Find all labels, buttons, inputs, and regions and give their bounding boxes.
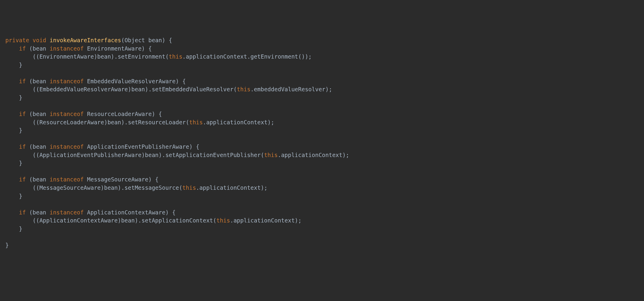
token-plain: [5, 111, 19, 117]
code-lines: private void invokeAwareInterfaces(Objec…: [5, 36, 639, 249]
code-line[interactable]: [5, 102, 639, 110]
token-plain: [5, 78, 19, 84]
token-plain: EnvironmentAware) {: [84, 45, 152, 52]
code-line[interactable]: ((EmbeddedValueResolverAware)bean).setEm…: [5, 85, 639, 94]
code-editor-viewport[interactable]: private void invokeAwareInterfaces(Objec…: [5, 36, 639, 249]
code-line[interactable]: }: [5, 61, 639, 69]
token-plain: }: [5, 160, 22, 166]
token-kw-control: if: [19, 45, 26, 52]
code-line[interactable]: ((ApplicationEventPublisherAware)bean).s…: [5, 151, 639, 159]
token-plain: .applicationContext);: [196, 184, 268, 191]
token-plain: ((ResourceLoaderAware)bean).setResourceL…: [5, 119, 189, 126]
token-kw-this: this: [189, 119, 203, 126]
code-line[interactable]: }: [5, 159, 639, 167]
code-line[interactable]: if (bean instanceof MessageSourceAware) …: [5, 175, 639, 184]
token-kw-type: void: [33, 37, 46, 43]
token-plain: [5, 45, 19, 52]
code-line[interactable]: }: [5, 126, 639, 135]
token-kw-modifier: private: [5, 37, 29, 43]
token-plain: .applicationContext);: [203, 119, 274, 126]
token-kw-control: instanceof: [50, 78, 84, 84]
token-kw-this: this: [264, 152, 278, 158]
token-plain: [5, 209, 19, 216]
code-line[interactable]: }: [5, 241, 639, 250]
token-plain: (bean: [26, 176, 50, 183]
token-plain: MessageSourceAware) {: [84, 176, 159, 183]
token-kw-control: if: [19, 209, 26, 216]
token-plain: (bean: [26, 143, 50, 150]
code-line[interactable]: [5, 200, 639, 208]
code-line[interactable]: ((ResourceLoaderAware)bean).setResourceL…: [5, 118, 639, 127]
token-kw-control: if: [19, 111, 26, 117]
code-line[interactable]: ((ApplicationContextAware)bean).setAppli…: [5, 217, 639, 225]
token-plain: ApplicationContextAware) {: [84, 209, 176, 216]
token-plain: ((EmbeddedValueResolverAware)bean).setEm…: [5, 86, 237, 93]
code-line[interactable]: [5, 69, 639, 77]
token-kw-this: this: [237, 86, 251, 93]
token-kw-control: instanceof: [50, 111, 84, 117]
code-line[interactable]: if (bean instanceof ApplicationEventPubl…: [5, 143, 639, 151]
token-plain: [46, 37, 49, 43]
token-kw-control: instanceof: [50, 143, 84, 150]
token-plain: }: [5, 193, 22, 199]
token-plain: (Object bean) {: [121, 37, 172, 43]
token-kw-control: if: [19, 78, 26, 84]
token-plain: [29, 37, 32, 43]
token-plain: ((ApplicationContextAware)bean).setAppli…: [5, 217, 216, 224]
token-plain: }: [5, 94, 22, 101]
code-line[interactable]: }: [5, 94, 639, 102]
token-plain: ((MessageSourceAware)bean).setMessageSou…: [5, 184, 182, 191]
code-line[interactable]: if (bean instanceof EnvironmentAware) {: [5, 45, 639, 53]
token-plain: }: [5, 225, 22, 232]
token-kw-control: if: [19, 143, 26, 150]
token-plain: [5, 176, 19, 183]
token-plain: ((ApplicationEventPublisherAware)bean).s…: [5, 152, 264, 158]
code-line[interactable]: private void invokeAwareInterfaces(Objec…: [5, 36, 639, 45]
token-plain: [5, 143, 19, 150]
token-kw-control: instanceof: [50, 45, 84, 52]
code-line[interactable]: }: [5, 192, 639, 200]
code-line[interactable]: [5, 135, 639, 143]
code-line[interactable]: if (bean instanceof EmbeddedValueResolve…: [5, 77, 639, 86]
token-plain: .applicationContext.getEnvironment());: [182, 53, 312, 60]
code-line[interactable]: [5, 233, 639, 241]
token-kw-this: this: [216, 217, 230, 224]
token-plain: (bean: [26, 209, 50, 216]
token-plain: EmbeddedValueResolverAware) {: [84, 78, 186, 84]
code-line[interactable]: [5, 167, 639, 176]
token-kw-this: this: [182, 184, 196, 191]
code-line[interactable]: ((MessageSourceAware)bean).setMessageSou…: [5, 184, 639, 192]
token-plain: ((EnvironmentAware)bean).setEnvironment(: [5, 53, 169, 60]
token-kw-this: this: [169, 53, 182, 60]
code-line[interactable]: if (bean instanceof ResourceLoaderAware)…: [5, 110, 639, 118]
token-kw-control: instanceof: [50, 209, 84, 216]
token-plain: }: [5, 242, 9, 248]
token-kw-control: if: [19, 176, 26, 183]
code-line[interactable]: ((EnvironmentAware)bean).setEnvironment(…: [5, 53, 639, 61]
token-plain: .applicationContext);: [278, 152, 349, 158]
token-plain: .embeddedValueResolver);: [251, 86, 332, 93]
code-line[interactable]: }: [5, 225, 639, 233]
code-line[interactable]: if (bean instanceof ApplicationContextAw…: [5, 208, 639, 217]
token-plain: ResourceLoaderAware) {: [84, 111, 162, 117]
token-plain: }: [5, 62, 22, 68]
token-plain: (bean: [26, 45, 50, 52]
token-kw-control: instanceof: [50, 176, 84, 183]
token-plain: ApplicationEventPublisherAware) {: [84, 143, 199, 150]
token-plain: (bean: [26, 78, 50, 84]
token-method-decl: invokeAwareInterfaces: [50, 37, 121, 43]
token-plain: }: [5, 127, 22, 134]
token-plain: .applicationContext);: [230, 217, 301, 224]
token-plain: (bean: [26, 111, 50, 117]
